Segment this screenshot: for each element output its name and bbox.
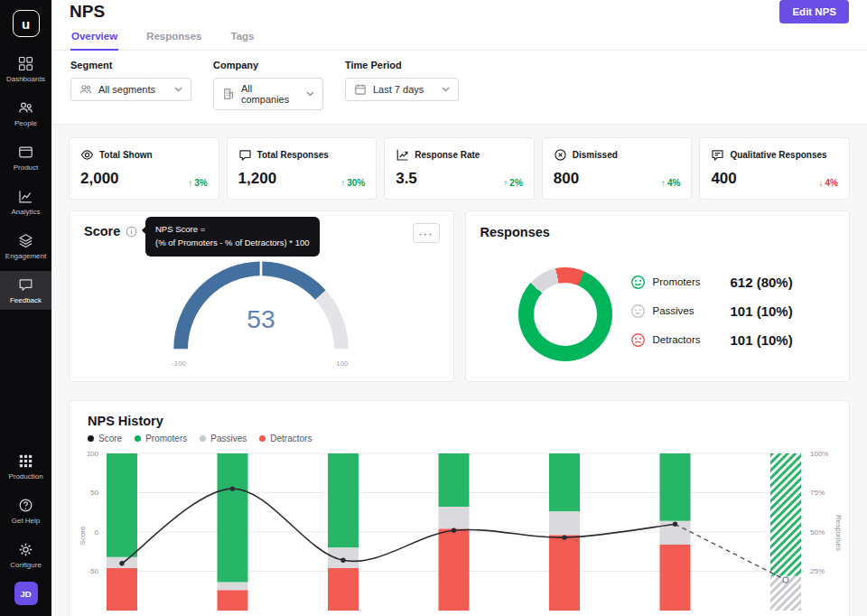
history-legend-item: Promoters xyxy=(135,434,187,443)
responses-donut xyxy=(518,267,612,361)
chevron-down-icon xyxy=(174,87,182,92)
segment-people-icon xyxy=(79,83,92,96)
tab-responses[interactable]: Responses xyxy=(145,23,202,51)
legend-dot xyxy=(88,435,94,442)
sidebar-item-configure[interactable]: Configure xyxy=(0,536,51,574)
sidebar-item-get-help[interactable]: Get Help xyxy=(0,491,51,530)
sidebar-item-label: Configure xyxy=(10,561,42,569)
sidebar-item-label: Engagement xyxy=(5,252,46,260)
company-filter-label: Company xyxy=(213,60,323,70)
chevron-down-icon xyxy=(306,91,314,97)
eye-icon xyxy=(80,148,94,162)
legend-dot xyxy=(259,435,266,442)
gauge-max-label: 100 xyxy=(337,359,350,368)
stat-change-arrow-icon: ↑ xyxy=(503,178,508,188)
page-header: NPS Edit NPS xyxy=(51,0,867,23)
page-title: NPS xyxy=(70,2,105,22)
stat-change-arrow-icon: ↑ xyxy=(661,178,666,188)
score-gauge: 0 -100 100 53 xyxy=(84,240,439,370)
sidebar: u Dashboards People Product Analytics En… xyxy=(0,0,51,616)
main-area: NPS Edit NPS Overview Responses Tags Seg… xyxy=(51,0,867,616)
chevron-down-icon xyxy=(442,87,450,92)
people-icon xyxy=(18,100,33,116)
info-icon[interactable] xyxy=(126,226,137,238)
stats-row: Total Shown 2,000 ↑3% Total Responses 1,… xyxy=(69,137,850,200)
calendar-icon xyxy=(354,83,367,96)
svg-text:50%: 50% xyxy=(810,528,825,537)
legend-dot xyxy=(200,435,206,442)
score-tooltip: NPS Score = (% of Promoters - % of Detra… xyxy=(145,217,320,257)
time-period-dropdown-value: Last 7 days xyxy=(373,84,424,95)
sidebar-item-dashboards[interactable]: Dashboards xyxy=(0,50,51,89)
stat-change-badge: ↑2% xyxy=(503,178,522,188)
sidebar-item-label: Product xyxy=(14,163,39,172)
more-options-button[interactable]: ··· xyxy=(413,223,440,243)
stat-card: Total Responses 1,200 ↑30% xyxy=(227,137,378,200)
responses-legend: Promoters 612 (80%) Passives 101 (10%) D… xyxy=(630,271,838,358)
stat-card: Qualitative Responses 400 ↓4% xyxy=(699,137,850,200)
legend-label: Passives xyxy=(653,305,723,316)
trend-chart-icon xyxy=(396,148,409,162)
svg-text:-50: -50 xyxy=(88,567,98,575)
nps-history-chart: 100100%5075%050%-5025%ScoreResponses xyxy=(77,450,843,616)
svg-text:100%: 100% xyxy=(810,450,828,458)
stat-card: Dismissed 800 ↑4% xyxy=(542,137,693,200)
company-dropdown[interactable]: All companies xyxy=(213,78,323,110)
app-root: u Dashboards People Product Analytics En… xyxy=(0,0,867,616)
segment-dropdown[interactable]: All segments xyxy=(70,78,191,101)
edit-nps-button[interactable]: Edit NPS xyxy=(779,0,849,23)
sidebar-item-people[interactable]: People xyxy=(0,94,51,133)
dashboards-icon xyxy=(18,56,33,71)
sidebar-item-label: Dashboards xyxy=(6,75,45,83)
feedback-icon xyxy=(18,277,33,293)
sidebar-item-label: Production xyxy=(8,472,42,481)
legend-label: Score xyxy=(98,434,122,443)
sidebar-item-production[interactable]: Production xyxy=(0,447,51,486)
stat-change-badge: ↓4% xyxy=(819,178,838,188)
company-filter: Company All companies xyxy=(213,60,323,110)
history-card-title: NPS History xyxy=(88,414,842,428)
company-building-icon xyxy=(222,88,235,100)
stat-change-value: 30% xyxy=(347,178,365,188)
svg-text:Responses: Responses xyxy=(834,515,843,551)
chat-bubble-icon xyxy=(238,148,252,162)
segment-filter: Segment All segments xyxy=(70,60,191,110)
legend-label: Promoters xyxy=(145,434,187,443)
sidebar-bottom: Production Get Help Configure JD xyxy=(0,447,51,616)
stat-value: 800 xyxy=(554,170,579,188)
sidebar-item-engagement[interactable]: Engagement xyxy=(0,227,51,266)
svg-text:25%: 25% xyxy=(810,567,825,575)
tab-overview[interactable]: Overview xyxy=(70,23,118,51)
app-logo[interactable]: u xyxy=(13,10,40,37)
history-legend: Score Promoters Passives Detractors xyxy=(88,434,842,443)
company-dropdown-value: All companies xyxy=(241,83,300,105)
legend-value: 612 (80%) xyxy=(731,275,793,290)
chat-lines-icon xyxy=(711,148,724,162)
mid-row: Score NPS Score = (% of Promoters - % of… xyxy=(69,210,850,382)
promoter-smile-icon xyxy=(630,275,646,290)
score-card-title: Score xyxy=(84,224,120,238)
sidebar-item-analytics[interactable]: Analytics xyxy=(0,182,51,221)
history-legend-item: Score xyxy=(88,434,122,443)
help-icon xyxy=(18,498,33,513)
stat-change-value: 3% xyxy=(194,178,207,188)
tooltip-line1: NPS Score = xyxy=(155,223,310,237)
stat-change-badge: ↑30% xyxy=(340,178,365,188)
gauge-value: 53 xyxy=(247,304,275,333)
time-period-dropdown[interactable]: Last 7 days xyxy=(345,78,459,101)
responses-legend-row: Promoters 612 (80%) xyxy=(630,271,838,293)
sidebar-item-feedback[interactable]: Feedback xyxy=(0,271,51,310)
tooltip-line2: (% of Promoters - % of Detractors) * 100 xyxy=(155,237,310,250)
filter-bar: Segment All segments Company All compani… xyxy=(51,51,867,125)
stat-label: Response Rate xyxy=(415,150,480,160)
tab-tags[interactable]: Tags xyxy=(230,23,256,51)
stat-value: 400 xyxy=(711,170,736,188)
legend-value: 101 (10%) xyxy=(731,332,793,348)
sidebar-item-product[interactable]: Product xyxy=(0,138,51,177)
svg-text:0: 0 xyxy=(95,528,99,537)
product-icon xyxy=(18,145,33,160)
stat-change-arrow-icon: ↓ xyxy=(819,178,824,188)
user-avatar[interactable]: JD xyxy=(14,582,38,605)
production-icon xyxy=(18,453,33,469)
stat-change-value: 4% xyxy=(825,178,838,188)
